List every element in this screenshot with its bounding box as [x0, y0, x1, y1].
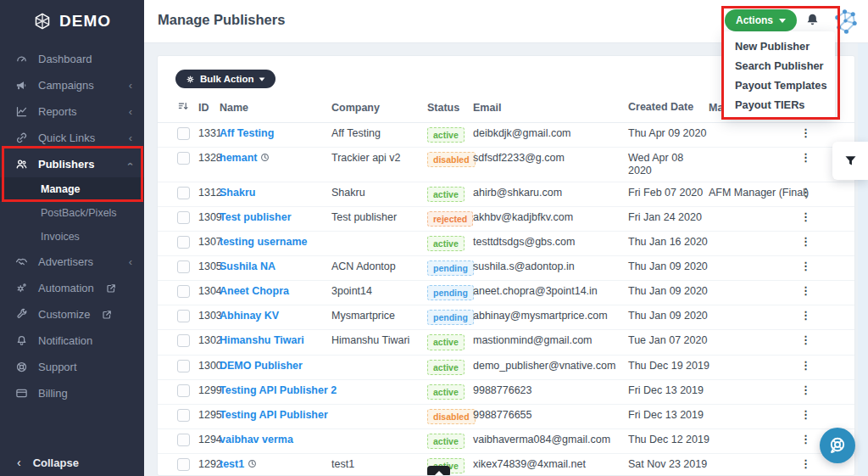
cell-created-date: Thu Jan 09 2020 [628, 285, 709, 298]
dropdown-menu-item[interactable]: New Publisher [723, 36, 835, 56]
sidebar-item-label: Customize [38, 308, 90, 321]
row-checkbox[interactable] [177, 236, 190, 249]
sidebar-item[interactable]: Quick Links ‹ [0, 125, 144, 151]
scrollbar-track[interactable] [858, 42, 868, 476]
publisher-name-link[interactable]: vaibhav verma [220, 434, 293, 445]
row-checkbox[interactable] [177, 260, 190, 273]
column-header-company[interactable]: Company [331, 102, 427, 114]
cell-created-date: Sat Nov 23 2019 [628, 458, 709, 471]
status-badge: active [427, 334, 465, 350]
row-checkbox[interactable] [177, 310, 190, 322]
cell-email: deibkdjk@gmail.com [473, 127, 628, 139]
status-badge: disabled [427, 409, 476, 424]
column-header-id[interactable]: ID [198, 102, 220, 114]
publisher-name-link[interactable]: Abhinay KV [220, 310, 279, 322]
row-actions-menu-icon[interactable]: ⋮ [800, 457, 811, 470]
row-checkbox[interactable] [177, 211, 190, 224]
row-checkbox[interactable] [177, 409, 190, 422]
notifications-bell-button[interactable] [804, 11, 821, 30]
row-actions-menu-icon[interactable]: ⋮ [800, 333, 811, 346]
actions-button[interactable]: Actions [725, 9, 797, 31]
publisher-name-link[interactable]: Sushila NA [220, 260, 275, 272]
sidebar-item-icon [15, 282, 28, 294]
support-chat-button[interactable] [820, 428, 855, 463]
sidebar-item-icon [15, 132, 28, 144]
row-checkbox[interactable] [177, 152, 190, 165]
bulk-action-button[interactable]: Bulk Action [175, 70, 275, 88]
sidebar-item[interactable]: Customize [0, 301, 144, 328]
publisher-name-link[interactable]: testing username [220, 236, 308, 248]
row-actions-menu-icon[interactable]: ⋮ [800, 126, 811, 139]
cell-id: 1303 [198, 310, 220, 322]
row-actions-menu-icon[interactable]: ⋮ [800, 433, 811, 445]
row-checkbox[interactable] [177, 334, 190, 347]
publisher-name-link[interactable]: Testing API Publisher [220, 409, 328, 421]
sidebar-item[interactable]: Advertisers ‹ [0, 249, 144, 275]
status-badge: active [427, 360, 465, 375]
cell-company: Trackier api v2 [331, 152, 427, 164]
status-badge: active [427, 434, 465, 449]
brand-logo[interactable]: DEMO [0, 0, 144, 42]
row-actions-menu-icon[interactable]: ⋮ [800, 284, 811, 297]
sidebar-item[interactable]: Invoices [0, 225, 144, 249]
sidebar-item[interactable]: Automation [0, 275, 144, 301]
sidebar-item[interactable]: Billing [0, 380, 144, 406]
row-checkbox[interactable] [177, 187, 190, 199]
chevron-icon: ‹ [129, 256, 132, 267]
cell-email: akhbv@kadjbfkv.com [473, 211, 628, 223]
row-actions-menu-icon[interactable]: ⋮ [800, 408, 811, 421]
sidebar-item[interactable]: Dashboard [0, 46, 144, 72]
publisher-name-link[interactable]: Aneet Chopra [220, 285, 289, 297]
row-checkbox[interactable] [177, 384, 190, 397]
sidebar-nav: Dashboard Campaigns ‹ Reports ‹ [0, 46, 144, 406]
publisher-name-link[interactable]: Test publisher [220, 211, 292, 223]
publisher-name-link[interactable]: test1 [220, 458, 244, 470]
cell-id: 1299 [198, 384, 220, 396]
row-actions-menu-icon[interactable]: ⋮ [800, 151, 811, 164]
publisher-name-link[interactable]: Himanshu Tiwari [220, 334, 304, 346]
sidebar-item[interactable]: Publishers ‹ [0, 151, 144, 177]
sidebar-item[interactable]: PostBack/Pixels [0, 201, 144, 225]
dropdown-menu-item[interactable]: Search Publisher [723, 56, 835, 76]
column-header-created[interactable]: Created Date [628, 101, 709, 114]
actions-dropdown-menu: New Publisher Search Publisher Payout Te… [723, 31, 835, 120]
publisher-name-link[interactable]: hemant [220, 152, 257, 164]
cell-email: mastionmind@gmail.com [473, 334, 628, 346]
row-checkbox[interactable] [177, 127, 190, 140]
row-checkbox[interactable] [177, 458, 190, 471]
row-checkbox[interactable] [177, 434, 190, 446]
row-checkbox[interactable] [177, 360, 190, 372]
row-actions-menu-icon[interactable]: ⋮ [800, 359, 811, 372]
column-header-name[interactable]: Name [220, 102, 331, 114]
dropdown-menu-item[interactable]: Payout TIERs [723, 95, 835, 115]
table-body: 1331 Aff Testing Aff Testing active deib… [158, 123, 854, 476]
sidebar-item-icon [15, 361, 28, 373]
sidebar-item[interactable]: Reports ‹ [0, 98, 144, 125]
column-header-email[interactable]: Email [473, 102, 628, 114]
sort-icon[interactable] [177, 100, 189, 112]
row-actions-menu-icon[interactable]: ⋮ [800, 186, 811, 199]
publisher-name-link[interactable]: Aff Testing [220, 127, 274, 139]
publisher-name-link[interactable]: Testing API Publisher 2 [220, 384, 337, 396]
sidebar-item[interactable]: Manage [0, 177, 144, 201]
row-checkbox[interactable] [177, 285, 190, 298]
sidebar-collapse-button[interactable]: ‹ Collapse [0, 449, 144, 476]
publisher-name-link[interactable]: DEMO Publisher [220, 360, 303, 372]
sidebar-item-icon [15, 105, 28, 118]
caret-down-icon [779, 19, 786, 23]
cell-company: Himanshu Tiwari [331, 334, 427, 346]
column-header-status[interactable]: Status [427, 102, 473, 114]
sidebar-item[interactable]: Support [0, 354, 144, 380]
sidebar-item[interactable]: Campaigns ‹ [0, 72, 144, 98]
filter-button[interactable] [832, 142, 868, 180]
publisher-name-link[interactable]: Shakru [220, 187, 255, 199]
external-link-icon [102, 310, 112, 320]
row-actions-menu-icon[interactable]: ⋮ [800, 235, 811, 248]
row-actions-menu-icon[interactable]: ⋮ [800, 309, 811, 322]
cell-created-date: Thu Dec 19 2019 [628, 360, 709, 372]
row-actions-menu-icon[interactable]: ⋮ [800, 210, 811, 223]
row-actions-menu-icon[interactable]: ⋮ [800, 260, 811, 272]
row-actions-menu-icon[interactable]: ⋮ [800, 384, 811, 396]
dropdown-menu-item[interactable]: Payout Templates [723, 76, 835, 95]
sidebar-item[interactable]: Notification [0, 328, 144, 354]
